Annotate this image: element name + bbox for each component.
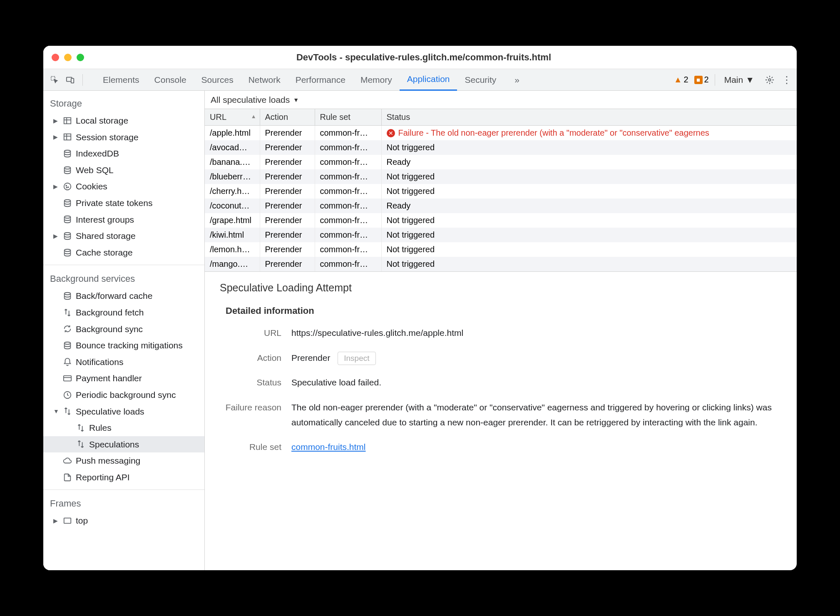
cell-status: Not triggered [381, 228, 797, 242]
db-icon [62, 166, 72, 175]
detail-failure-value: The old non-eager prerender (with a "mod… [291, 400, 782, 430]
sidebar-item-reporting-api[interactable]: Reporting API [43, 469, 204, 486]
table-row[interactable]: /apple.htmlPrerendercommon-fr…✕Failure -… [205, 126, 797, 141]
sidebar-item-cache-storage[interactable]: Cache storage [43, 244, 204, 261]
sidebar-item-speculative-loads[interactable]: ▼Speculative loads [43, 403, 204, 420]
tab-sources[interactable]: Sources [194, 69, 241, 91]
table-row[interactable]: /grape.htmlPrerendercommon-fr…Not trigge… [205, 213, 797, 228]
tab-security[interactable]: Security [457, 69, 504, 91]
tab-performance[interactable]: Performance [288, 69, 353, 91]
sidebar-item-speculations[interactable]: Speculations [43, 436, 204, 453]
cell-url: /cherry.h… [205, 184, 260, 199]
more-menu-icon[interactable]: ⋮ [782, 74, 792, 86]
inspect-element-icon[interactable] [48, 74, 61, 86]
sidebar-item-label: Local storage [76, 114, 128, 128]
column-header-action[interactable]: Action [260, 109, 315, 126]
inspect-button[interactable]: Inspect [338, 352, 375, 365]
sidebar-item-label: Interest groups [76, 213, 134, 227]
detail-ruleset-label: Rule set [220, 440, 281, 455]
cell-status: Not triggered [381, 184, 797, 199]
detail-ruleset-link[interactable]: common-fruits.html [291, 442, 366, 452]
sidebar-item-label: Speculations [89, 437, 139, 452]
chevron-down-icon: ▼ [53, 407, 59, 416]
minimize-window-button[interactable] [64, 54, 72, 61]
sidebar-item-bounce-tracking-mitigations[interactable]: Bounce tracking mitigations [43, 337, 204, 354]
cell-action: Prerender [260, 257, 315, 271]
devtools-toolbar: ElementsConsoleSourcesNetworkPerformance… [43, 69, 797, 91]
maximize-window-button[interactable] [77, 54, 84, 61]
column-header-url[interactable]: URL▲ [205, 109, 260, 126]
close-window-button[interactable] [52, 54, 59, 61]
sidebar-item-shared-storage[interactable]: ▶Shared storage [43, 228, 204, 244]
sidebar-item-cookies[interactable]: ▶Cookies [43, 178, 204, 195]
cell-rule: common-fr… [315, 140, 381, 155]
target-selector[interactable]: Main ▼ [721, 75, 758, 85]
chevron-right-icon: ▶ [53, 116, 59, 125]
speculations-table: URL▲ActionRule setStatus /apple.htmlPrer… [205, 109, 797, 271]
detail-action-label: Action [220, 350, 281, 365]
sidebar-item-label: Payment handler [76, 371, 142, 385]
db-icon [62, 149, 72, 158]
sidebar-item-label: Rules [89, 421, 112, 435]
sidebar-item-notifications[interactable]: Notifications [43, 354, 204, 370]
clock-icon [62, 390, 72, 400]
sidebar-item-rules[interactable]: Rules [43, 420, 204, 436]
warnings-badge[interactable]: ▲ 2 [674, 75, 688, 84]
cell-rule: common-fr… [315, 228, 381, 242]
svg-point-12 [64, 183, 71, 190]
cell-action: Prerender [260, 242, 315, 257]
svg-point-13 [66, 185, 67, 186]
sidebar-item-push-messaging[interactable]: Push messaging [43, 452, 204, 469]
chevron-right-icon: ▶ [53, 231, 59, 241]
sidebar-item-label: Periodic background sync [76, 388, 176, 402]
detail-section-title: Detailed information [220, 306, 782, 316]
cell-status: ✕Failure - The old non-eager prerender (… [381, 126, 797, 141]
filter-bar[interactable]: All speculative loads ▼ [205, 91, 797, 109]
table-row[interactable]: /blueberr…Prerendercommon-fr…Not trigger… [205, 169, 797, 184]
tab-memory[interactable]: Memory [353, 69, 400, 91]
sidebar-item-payment-handler[interactable]: Payment handler [43, 370, 204, 387]
sidebar-item-label: Background sync [76, 322, 143, 336]
sidebar-item-private-state-tokens[interactable]: Private state tokens [43, 195, 204, 211]
column-header-rule-set[interactable]: Rule set [315, 109, 381, 126]
sidebar-item-indexeddb[interactable]: IndexedDB [43, 145, 204, 162]
sidebar-item-label: Cookies [76, 179, 107, 194]
table-row[interactable]: /banana.…Prerendercommon-fr…Ready [205, 155, 797, 169]
sidebar-item-background-fetch[interactable]: Background fetch [43, 304, 204, 321]
background-section-title: Background services [43, 269, 204, 288]
cell-status: Not triggered [381, 140, 797, 155]
tab-network[interactable]: Network [241, 69, 288, 91]
chevron-right-icon: ▶ [53, 516, 59, 525]
sidebar-item-session-storage[interactable]: ▶Session storage [43, 129, 204, 146]
tab-console[interactable]: Console [147, 69, 194, 91]
sidebar-item-web-sql[interactable]: Web SQL [43, 162, 204, 179]
table-row[interactable]: /mango.…Prerendercommon-fr…Not triggered [205, 257, 797, 271]
table-row[interactable]: /cherry.h…Prerendercommon-fr…Not trigger… [205, 184, 797, 199]
table-row[interactable]: /kiwi.htmlPrerendercommon-fr…Not trigger… [205, 228, 797, 242]
tab-elements[interactable]: Elements [95, 69, 147, 91]
sidebar-item-local-storage[interactable]: ▶Local storage [43, 112, 204, 129]
settings-icon[interactable] [763, 74, 776, 86]
tabs-overflow[interactable]: » [507, 69, 527, 91]
table-row[interactable]: /lemon.h…Prerendercommon-fr…Not triggere… [205, 242, 797, 257]
table-row[interactable]: /coconut…Prerendercommon-fr…Ready [205, 199, 797, 213]
sidebar-item-interest-groups[interactable]: Interest groups [43, 211, 204, 228]
svg-point-18 [65, 233, 71, 235]
table-row[interactable]: /avocad…Prerendercommon-fr…Not triggered [205, 140, 797, 155]
sidebar-item-background-sync[interactable]: Background sync [43, 321, 204, 338]
sidebar-item-label: Push messaging [76, 454, 140, 468]
sidebar-item-back-forward-cache[interactable]: Back/forward cache [43, 288, 204, 304]
db-icon [62, 215, 72, 224]
sidebar-item-top[interactable]: ▶top [43, 512, 204, 529]
sidebar-item-label: Web SQL [76, 163, 114, 177]
cell-url: /mango.… [205, 257, 260, 271]
db-icon [62, 291, 72, 301]
sidebar-item-label: Bounce tracking mitigations [76, 338, 183, 353]
cell-action: Prerender [260, 126, 315, 141]
tab-application[interactable]: Application [400, 69, 457, 91]
device-toolbar-icon[interactable] [64, 74, 77, 86]
sidebar-item-periodic-background-sync[interactable]: Periodic background sync [43, 387, 204, 403]
sidebar-item-label: IndexedDB [76, 147, 119, 161]
errors-badge[interactable]: ■ 2 [694, 75, 709, 84]
column-header-status[interactable]: Status [381, 109, 797, 126]
